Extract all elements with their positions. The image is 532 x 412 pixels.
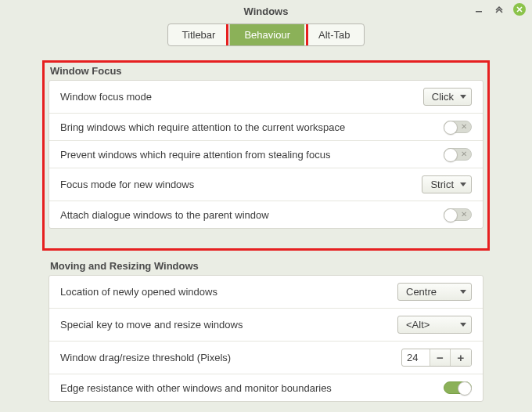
dropdown-special-key-value: <Alt>	[406, 319, 430, 331]
tab-alt-tab[interactable]: Alt-Tab	[304, 24, 364, 45]
tab-bar: Titlebar Behaviour Alt-Tab	[0, 23, 532, 46]
minimize-button[interactable]	[473, 3, 485, 16]
label-location-new: Location of newly opened windows	[60, 286, 217, 298]
window-focus-highlight: Window Focus Window focus mode Click Bri…	[42, 60, 490, 251]
tab-titlebar[interactable]: Titlebar	[168, 24, 231, 45]
label-attach-dialogs: Attach dialogue windows to the parent wi…	[60, 209, 269, 221]
panel-moving-resizing: Location of newly opened windows Centre …	[49, 275, 483, 402]
close-button[interactable]	[513, 3, 526, 16]
label-bring-attention: Bring windows which require attention to…	[60, 121, 345, 133]
label-edge-resistance: Edge resistance with other windows and m…	[60, 382, 332, 394]
stepper-value[interactable]: 24	[402, 349, 430, 366]
window-controls	[473, 3, 526, 16]
label-special-key: Special key to move and resize windows	[60, 319, 243, 331]
dropdown-new-focus-mode-value: Strict	[430, 179, 454, 190]
chevron-down-icon	[460, 183, 466, 186]
label-drag-threshold: Window drag/resize threshold (Pixels)	[60, 352, 231, 363]
label-prevent-stealing: Prevent windows which require attention …	[60, 149, 330, 161]
dropdown-focus-mode[interactable]: Click	[423, 88, 472, 106]
svg-rect-0	[476, 11, 482, 13]
row-prevent-stealing: Prevent windows which require attention …	[49, 141, 483, 168]
label-new-focus-mode: Focus mode for new windows	[60, 179, 194, 190]
section-title-moving-resizing: Moving and Resizing Windows	[50, 260, 483, 272]
section-title-window-focus: Window Focus	[50, 65, 483, 77]
switch-attach-dialogs[interactable]: ✕	[444, 208, 472, 221]
switch-edge-resistance[interactable]: ✕	[444, 381, 472, 394]
stepper-drag-threshold: 24 − +	[401, 349, 472, 367]
stepper-decrement-button[interactable]: −	[430, 349, 451, 366]
dropdown-special-key[interactable]: <Alt>	[397, 316, 472, 334]
panel-window-focus: Window focus mode Click Bring windows wh…	[49, 80, 483, 229]
chevron-down-icon	[460, 290, 466, 294]
chevron-down-icon	[460, 95, 466, 99]
row-new-focus-mode: Focus mode for new windows Strict	[49, 168, 483, 201]
row-attach-dialogs: Attach dialogue windows to the parent wi…	[49, 201, 483, 228]
maximize-button[interactable]	[493, 3, 505, 16]
row-special-key: Special key to move and resize windows <…	[49, 309, 483, 342]
row-bring-attention: Bring windows which require attention to…	[49, 114, 483, 141]
row-focus-mode: Window focus mode Click	[49, 81, 483, 114]
tab-behaviour[interactable]: Behaviour	[230, 24, 304, 45]
dropdown-new-focus-mode[interactable]: Strict	[422, 175, 472, 193]
row-drag-threshold: Window drag/resize threshold (Pixels) 24…	[49, 342, 483, 374]
switch-bring-attention[interactable]: ✕	[444, 121, 472, 133]
row-edge-resistance: Edge resistance with other windows and m…	[49, 374, 483, 401]
row-location-new: Location of newly opened windows Centre	[49, 276, 483, 309]
dropdown-location-new[interactable]: Centre	[397, 283, 472, 301]
switch-prevent-stealing[interactable]: ✕	[444, 148, 472, 161]
dropdown-location-new-value: Centre	[406, 286, 437, 298]
titlebar: Windows	[0, 0, 532, 22]
label-focus-mode: Window focus mode	[60, 91, 152, 103]
window-title: Windows	[244, 5, 289, 17]
dropdown-focus-mode-value: Click	[432, 91, 454, 103]
chevron-down-icon	[460, 323, 466, 327]
stepper-increment-button[interactable]: +	[451, 349, 471, 366]
